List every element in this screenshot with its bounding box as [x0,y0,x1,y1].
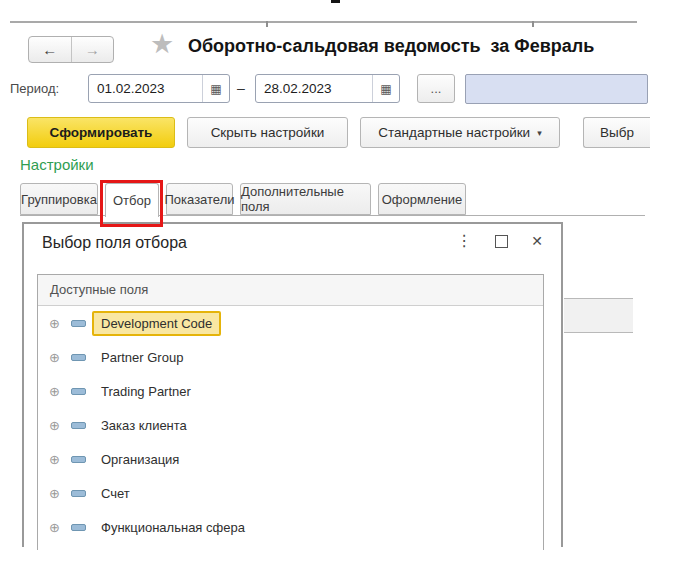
back-icon: ← [42,41,57,58]
account-filter-input[interactable] [465,74,648,104]
tree-row-functional-area[interactable]: ⊕ Функциональная сфера [38,510,543,544]
generate-button[interactable]: Сформировать [27,117,175,148]
calendar-icon[interactable]: ▦ [372,75,399,102]
settings-section-label: Настройки [20,156,94,173]
field-icon [71,320,86,327]
field-icon [71,422,86,429]
expand-icon[interactable]: ⊕ [49,317,63,330]
field-icon [71,354,86,361]
available-fields-tree: Доступные поля ⊕ Development Code ⊕ Part… [37,274,544,550]
period-label: Период: [10,81,59,96]
forward-icon: → [85,41,100,58]
tab-label: Показатели [165,192,235,207]
chevron-down-icon: ▾ [537,128,542,138]
field-label[interactable]: Организация [92,447,188,472]
period-to-value[interactable]: 28.02.2023 [256,81,372,96]
expand-icon[interactable]: ⊕ [49,385,63,398]
divider-tick [266,21,268,27]
field-icon [71,524,86,531]
expand-icon[interactable]: ⊕ [49,521,63,534]
field-label[interactable]: Partner Group [92,345,192,370]
choose-button-cropped[interactable]: Выбр [583,117,650,148]
standard-settings-button[interactable]: Стандартные настройки ▾ [360,117,560,148]
background-table-header [564,298,633,333]
tree-row-account[interactable]: ⊕ Счет [38,476,543,510]
standard-settings-label: Стандартные настройки [378,125,530,140]
field-label[interactable]: Заказ клиента [92,413,196,438]
expand-icon[interactable]: ⊕ [49,351,63,364]
field-label[interactable]: Trading Partner [92,379,200,404]
menu-dots-icon[interactable]: ⋮ [456,233,472,249]
tree-row-customer-order[interactable]: ⊕ Заказ клиента [38,408,543,442]
app-window: ← → ★ Оборотно-сальдовая ведомость за Фе… [0,0,681,579]
field-label[interactable]: Функциональная сфера [92,515,254,540]
settings-tabbar: Группировка Отбор Показатели Дополнитель… [20,183,466,217]
period-more-button[interactable]: ... [417,74,455,103]
field-icon [71,388,86,395]
period-to-field[interactable]: 28.02.2023 ▦ [255,74,400,103]
expand-icon[interactable]: ⊕ [49,487,63,500]
tree-row-organization[interactable]: ⊕ Организация [38,442,543,476]
tab-label: Группировка [21,192,97,207]
field-label[interactable]: Счет [92,481,139,506]
close-icon[interactable]: ✕ [531,234,543,248]
favorite-star-icon[interactable]: ★ [150,31,174,58]
period-separator: – [237,80,245,96]
field-label[interactable]: Development Code [92,311,221,336]
tree-row-development-code[interactable]: ⊕ Development Code [38,306,543,340]
field-icon [71,490,86,497]
tab-appearance[interactable]: Оформление [378,183,466,215]
dialog-title: Выбор поля отбора [42,234,187,252]
back-button[interactable]: ← [29,37,71,62]
period-from-field[interactable]: 01.02.2023 ▦ [88,74,230,103]
tab-label: Оформление [382,192,463,207]
period-from-value[interactable]: 01.02.2023 [89,81,202,96]
maximize-icon[interactable] [495,235,508,248]
expand-icon[interactable]: ⊕ [49,453,63,466]
field-icon [71,456,86,463]
tab-indicators[interactable]: Показатели [166,183,233,215]
top-divider [10,21,637,23]
tree-column-header: Доступные поля [38,275,543,306]
tree-row-partner-group[interactable]: ⊕ Partner Group [38,340,543,374]
hide-settings-button[interactable]: Скрыть настройки [187,117,348,148]
dialog-controls: ⋮ ✕ [456,233,543,249]
page-title: Оборотно-сальдовая ведомость за Февраль [188,36,594,57]
window-edge-artifact [331,0,340,3]
calendar-icon[interactable]: ▦ [202,75,229,102]
tab-grouping[interactable]: Группировка [20,183,98,215]
tree-row-trading-partner[interactable]: ⊕ Trading Partner [38,374,543,408]
field-select-dialog: Выбор поля отбора ⋮ ✕ Доступные поля ⊕ D… [22,222,563,547]
tab-label: Дополнительные поля [241,184,370,214]
divider-tick [532,21,534,27]
history-nav: ← → [28,36,114,63]
expand-icon[interactable]: ⊕ [49,419,63,432]
forward-button[interactable]: → [71,37,114,62]
tab-additional-fields[interactable]: Дополнительные поля [240,183,371,215]
annotation-highlight-box [100,180,163,227]
